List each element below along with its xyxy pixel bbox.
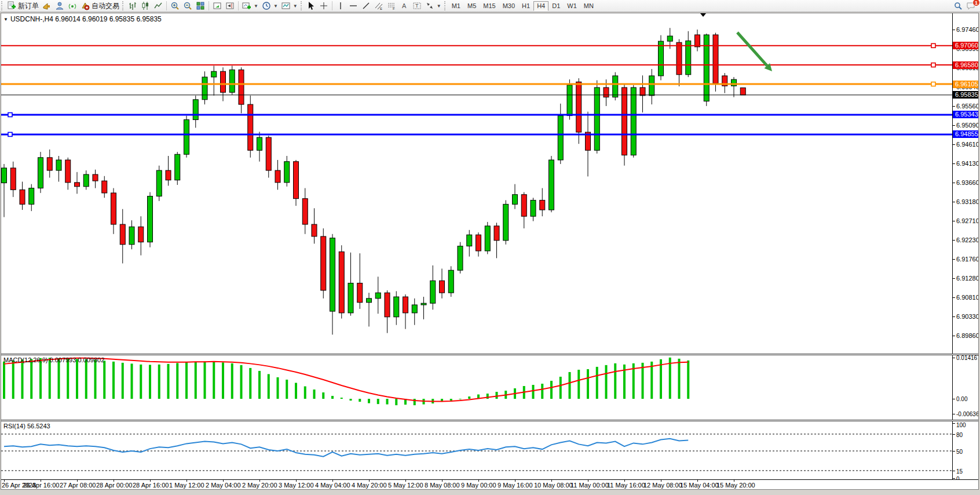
macd-panel[interactable]: MACD(12,26,9) 0.007993 0.009802 <box>1 355 952 420</box>
new-order-button[interactable]: 新订单 <box>5 1 41 12</box>
publish-profile-icon <box>55 1 64 10</box>
timeframe-w1[interactable]: W1 <box>564 1 580 11</box>
timeframe-m15[interactable]: M15 <box>480 1 499 11</box>
periods-button[interactable]: ▼ <box>260 1 280 12</box>
arrows-button[interactable]: ▼ <box>423 1 443 12</box>
price-tick-label: 6.91760 <box>956 256 978 263</box>
toolbar-grip <box>122 1 125 10</box>
price-tick <box>953 297 955 298</box>
trendline-button[interactable] <box>360 1 372 12</box>
time-tick-label: 27 Apr 08:00 <box>60 482 96 489</box>
new-chart-button[interactable]: ▼ <box>240 1 260 12</box>
crosshair-icon <box>319 1 328 10</box>
svg-text:E: E <box>380 7 382 10</box>
vertical-line-icon <box>336 1 345 10</box>
signals-button[interactable] <box>66 1 79 12</box>
candlestick-plot[interactable] <box>1 13 952 354</box>
zoom-in-icon <box>170 1 180 10</box>
new-order-label: 新订单 <box>18 1 39 11</box>
fibonacci-button[interactable]: F <box>385 1 398 12</box>
chevron-down-icon[interactable]: ▼ <box>437 3 441 9</box>
price-tick-label: 6.91280 <box>956 275 978 282</box>
candlestick-chart-button[interactable] <box>139 1 152 12</box>
rsi-tick <box>953 451 955 452</box>
time-tick-label: 5 May 12:00 <box>388 482 423 489</box>
fibonacci-icon: F <box>387 1 396 10</box>
macd-tick <box>953 358 955 358</box>
svg-text:A: A <box>402 2 407 9</box>
auto-scroll-button[interactable] <box>211 1 224 12</box>
timeframe-h1[interactable]: H1 <box>518 1 533 11</box>
time-tick-label: 15 May 20:00 <box>716 482 755 489</box>
horizontal-line-icon <box>349 1 358 10</box>
rsi-tick <box>953 434 955 435</box>
zoom-in-button[interactable] <box>169 1 181 12</box>
search-icon[interactable] <box>953 1 963 10</box>
rsi-plot <box>1 421 952 479</box>
main-chart[interactable]: ▼ USDCNH-,H4 6.96014 6.96019 6.95835 6.9… <box>1 13 952 354</box>
time-tick-label: 10 May 08:00 <box>534 482 573 489</box>
tile-windows-button[interactable] <box>194 1 207 12</box>
svg-text:T: T <box>415 3 419 9</box>
chevron-down-icon[interactable]: ▼ <box>254 3 258 9</box>
timeframe-m5[interactable]: M5 <box>464 1 480 11</box>
price-axis[interactable]: 6.974606.969906.965106.960406.955606.950… <box>952 13 978 354</box>
text-button[interactable]: A <box>398 1 411 12</box>
macd-tick <box>953 399 955 399</box>
toolbar-grip <box>1 1 4 10</box>
price-tick <box>953 221 955 221</box>
one-click-trading-toggle[interactable]: ▼ <box>3 17 8 22</box>
timeframe-mn[interactable]: MN <box>580 1 597 11</box>
price-level-badge: 6.96580 <box>953 61 978 69</box>
time-axis[interactable]: 26 Apr 202326 Apr 16:0027 Apr 08:0028 Ap… <box>1 479 978 489</box>
timeframe-d1[interactable]: D1 <box>548 1 564 11</box>
price-level-badge: 6.94855 <box>953 130 978 138</box>
price-tick-label: 6.97460 <box>956 26 978 33</box>
auto-trading-button[interactable]: 自动交易 <box>79 1 121 12</box>
price-level-badge: 6.97060 <box>953 42 978 49</box>
equidistant-channel-icon: E <box>374 1 383 10</box>
new-chart-icon <box>242 1 251 10</box>
price-tick-label: 6.90330 <box>956 313 978 320</box>
horizontal-line-button[interactable] <box>347 1 360 12</box>
text-label-button[interactable]: T <box>411 1 423 12</box>
toolbar-separator <box>238 1 239 10</box>
zoom-out-button[interactable] <box>181 1 194 12</box>
chevron-down-icon[interactable]: ▼ <box>293 3 298 9</box>
time-tick-label: 2 May 04:00 <box>206 482 241 489</box>
text-icon: A <box>400 1 409 10</box>
main-toolbar: 新订单 自动交易 <box>0 0 980 12</box>
price-tick <box>953 278 955 279</box>
time-tick-label: 12 May 08:00 <box>643 482 682 489</box>
rsi-axis: 1008050150 <box>952 421 978 479</box>
timeframe-h4[interactable]: H4 <box>533 1 548 11</box>
bar-chart-button[interactable] <box>126 1 139 12</box>
price-tick-label: 6.92230 <box>956 236 978 243</box>
macd-plot <box>1 355 952 420</box>
crosshair-button[interactable] <box>317 1 330 12</box>
sound-button[interactable] <box>41 1 53 12</box>
notifications-button[interactable]: 1 <box>966 1 977 10</box>
rsi-tick <box>953 471 955 471</box>
time-tick-label: 3 May 12:00 <box>279 482 314 489</box>
vertical-line-button[interactable] <box>334 1 347 12</box>
timeframe-m30[interactable]: M30 <box>499 1 518 11</box>
time-tick-label: 11 May 00:00 <box>571 482 609 489</box>
rsi-panel[interactable]: RSI(14) 56.5243 <box>1 421 952 479</box>
price-tick-label: 6.89860 <box>956 332 978 339</box>
publish-button[interactable] <box>53 1 66 12</box>
price-tick-label: 6.95090 <box>956 122 978 129</box>
rsi-tick-label: 100 <box>956 422 966 428</box>
cursor-button[interactable] <box>305 1 317 12</box>
timeframe-m1[interactable]: M1 <box>448 1 464 11</box>
equidistant-channel-button[interactable]: E <box>372 1 385 12</box>
price-tick <box>953 202 955 202</box>
line-chart-button[interactable] <box>152 1 164 12</box>
chevron-down-icon[interactable]: ▼ <box>273 3 278 9</box>
macd-axis: 0.0141670.00-0.006363 <box>952 355 978 420</box>
toolbar-separator <box>166 1 167 10</box>
line-chart-icon <box>153 1 163 10</box>
arrows-icon <box>425 1 434 10</box>
templates-button[interactable]: ▼ <box>280 1 299 12</box>
chart-shift-button[interactable] <box>224 1 236 12</box>
